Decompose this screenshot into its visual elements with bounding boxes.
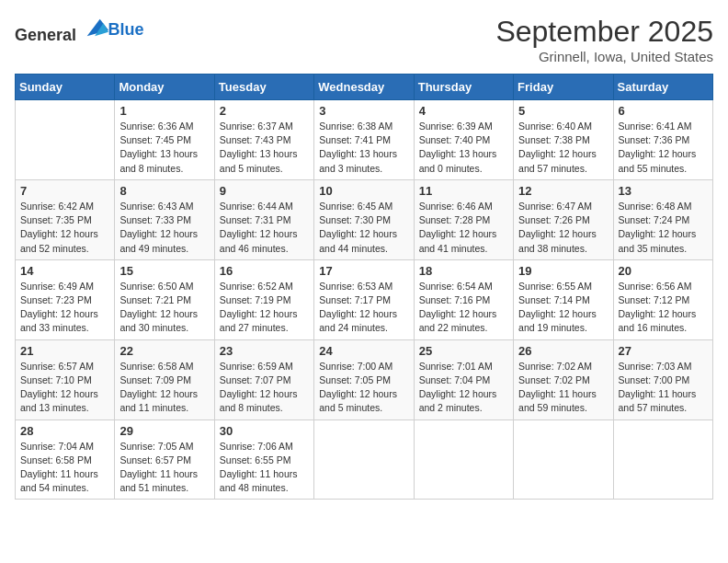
calendar-cell: 21Sunrise: 6:57 AM Sunset: 7:10 PM Dayli… — [16, 339, 115, 419]
calendar-cell: 23Sunrise: 6:59 AM Sunset: 7:07 PM Dayli… — [214, 339, 313, 419]
day-number: 7 — [20, 184, 109, 198]
day-number: 13 — [619, 184, 708, 198]
calendar-cell: 20Sunrise: 6:56 AM Sunset: 7:12 PM Dayli… — [613, 259, 712, 339]
day-info: Sunrise: 6:40 AM Sunset: 7:38 PM Dayligh… — [518, 120, 608, 176]
calendar-cell — [16, 100, 115, 180]
day-info: Sunrise: 7:03 AM Sunset: 7:00 PM Dayligh… — [619, 360, 708, 416]
day-info: Sunrise: 6:47 AM Sunset: 7:26 PM Dayligh… — [518, 200, 608, 256]
day-info: Sunrise: 7:04 AM Sunset: 6:58 PM Dayligh… — [20, 440, 109, 496]
day-number: 10 — [319, 184, 408, 198]
day-number: 17 — [319, 264, 408, 278]
day-number: 25 — [419, 344, 508, 358]
day-info: Sunrise: 6:49 AM Sunset: 7:23 PM Dayligh… — [20, 280, 109, 336]
calendar-cell — [414, 419, 513, 500]
day-number: 5 — [518, 104, 608, 118]
calendar-cell: 1Sunrise: 6:36 AM Sunset: 7:45 PM Daylig… — [115, 100, 214, 180]
calendar-cell: 29Sunrise: 7:05 AM Sunset: 6:57 PM Dayli… — [115, 419, 214, 500]
title-block: September 2025 Grinnell, Iowa, United St… — [495, 15, 713, 64]
month-title: September 2025 — [495, 15, 713, 49]
calendar-cell: 11Sunrise: 6:46 AM Sunset: 7:28 PM Dayli… — [414, 179, 513, 259]
calendar-cell: 10Sunrise: 6:45 AM Sunset: 7:30 PM Dayli… — [314, 179, 414, 259]
day-number: 2 — [220, 104, 309, 118]
day-info: Sunrise: 7:06 AM Sunset: 6:55 PM Dayligh… — [220, 440, 309, 496]
day-info: Sunrise: 6:46 AM Sunset: 7:28 PM Dayligh… — [419, 200, 508, 256]
day-info: Sunrise: 7:05 AM Sunset: 6:57 PM Dayligh… — [119, 440, 209, 496]
calendar-cell: 3Sunrise: 6:38 AM Sunset: 7:41 PM Daylig… — [314, 100, 414, 180]
calendar-cell — [613, 419, 712, 500]
calendar-header-friday: Friday — [514, 75, 613, 100]
calendar-header-tuesday: Tuesday — [214, 75, 313, 100]
day-number: 19 — [518, 264, 608, 278]
day-info: Sunrise: 6:55 AM Sunset: 7:14 PM Dayligh… — [518, 280, 608, 336]
calendar-cell: 13Sunrise: 6:48 AM Sunset: 7:24 PM Dayli… — [613, 179, 712, 259]
calendar-week-row: 28Sunrise: 7:04 AM Sunset: 6:58 PM Dayli… — [16, 419, 713, 500]
day-number: 6 — [619, 104, 708, 118]
calendar-cell: 12Sunrise: 6:47 AM Sunset: 7:26 PM Dayli… — [514, 179, 613, 259]
calendar-cell — [514, 419, 613, 500]
day-info: Sunrise: 6:44 AM Sunset: 7:31 PM Dayligh… — [220, 200, 309, 256]
page-header: General Blue September 2025 Grinnell, Io… — [15, 15, 713, 64]
calendar-cell: 19Sunrise: 6:55 AM Sunset: 7:14 PM Dayli… — [514, 259, 613, 339]
calendar-cell: 14Sunrise: 6:49 AM Sunset: 7:23 PM Dayli… — [16, 259, 115, 339]
calendar-cell: 25Sunrise: 7:01 AM Sunset: 7:04 PM Dayli… — [414, 339, 513, 419]
day-number: 1 — [119, 104, 209, 118]
day-info: Sunrise: 6:59 AM Sunset: 7:07 PM Dayligh… — [220, 360, 309, 416]
calendar-week-row: 7Sunrise: 6:42 AM Sunset: 7:35 PM Daylig… — [16, 179, 713, 259]
day-info: Sunrise: 6:53 AM Sunset: 7:17 PM Dayligh… — [319, 280, 408, 336]
calendar-cell: 15Sunrise: 6:50 AM Sunset: 7:21 PM Dayli… — [115, 259, 214, 339]
location-title: Grinnell, Iowa, United States — [495, 49, 713, 64]
day-number: 16 — [220, 264, 309, 278]
day-info: Sunrise: 7:00 AM Sunset: 7:05 PM Dayligh… — [319, 360, 408, 416]
calendar-cell: 2Sunrise: 6:37 AM Sunset: 7:43 PM Daylig… — [214, 100, 313, 180]
day-info: Sunrise: 7:02 AM Sunset: 7:02 PM Dayligh… — [518, 360, 608, 416]
day-info: Sunrise: 6:43 AM Sunset: 7:33 PM Dayligh… — [119, 200, 209, 256]
day-number: 21 — [20, 344, 109, 358]
day-info: Sunrise: 6:37 AM Sunset: 7:43 PM Dayligh… — [220, 120, 309, 176]
day-info: Sunrise: 6:39 AM Sunset: 7:40 PM Dayligh… — [419, 120, 508, 176]
day-info: Sunrise: 6:50 AM Sunset: 7:21 PM Dayligh… — [119, 280, 209, 336]
calendar-cell: 17Sunrise: 6:53 AM Sunset: 7:17 PM Dayli… — [314, 259, 414, 339]
calendar-table: SundayMondayTuesdayWednesdayThursdayFrid… — [15, 74, 713, 500]
calendar-cell: 18Sunrise: 6:54 AM Sunset: 7:16 PM Dayli… — [414, 259, 513, 339]
day-number: 22 — [119, 344, 209, 358]
logo-blue: Blue — [108, 20, 144, 39]
calendar-cell: 24Sunrise: 7:00 AM Sunset: 7:05 PM Dayli… — [314, 339, 414, 419]
calendar-header-sunday: Sunday — [16, 75, 115, 100]
calendar-cell: 4Sunrise: 6:39 AM Sunset: 7:40 PM Daylig… — [414, 100, 513, 180]
calendar-cell: 27Sunrise: 7:03 AM Sunset: 7:00 PM Dayli… — [613, 339, 712, 419]
day-number: 9 — [220, 184, 309, 198]
day-number: 29 — [119, 424, 209, 438]
calendar-cell: 6Sunrise: 6:41 AM Sunset: 7:36 PM Daylig… — [613, 100, 712, 180]
day-info: Sunrise: 6:38 AM Sunset: 7:41 PM Dayligh… — [319, 120, 408, 176]
calendar-week-row: 21Sunrise: 6:57 AM Sunset: 7:10 PM Dayli… — [16, 339, 713, 419]
day-info: Sunrise: 6:42 AM Sunset: 7:35 PM Dayligh… — [20, 200, 109, 256]
day-info: Sunrise: 6:54 AM Sunset: 7:16 PM Dayligh… — [419, 280, 508, 336]
day-number: 28 — [20, 424, 109, 438]
logo: General Blue — [15, 15, 144, 45]
day-number: 20 — [619, 264, 708, 278]
day-info: Sunrise: 6:56 AM Sunset: 7:12 PM Dayligh… — [619, 280, 708, 336]
logo-icon — [83, 15, 108, 40]
day-info: Sunrise: 6:41 AM Sunset: 7:36 PM Dayligh… — [619, 120, 708, 176]
day-number: 11 — [419, 184, 508, 198]
day-number: 14 — [20, 264, 109, 278]
calendar-cell: 26Sunrise: 7:02 AM Sunset: 7:02 PM Dayli… — [514, 339, 613, 419]
calendar-week-row: 14Sunrise: 6:49 AM Sunset: 7:23 PM Dayli… — [16, 259, 713, 339]
day-info: Sunrise: 6:57 AM Sunset: 7:10 PM Dayligh… — [20, 360, 109, 416]
day-number: 27 — [619, 344, 708, 358]
day-info: Sunrise: 6:45 AM Sunset: 7:30 PM Dayligh… — [319, 200, 408, 256]
day-number: 4 — [419, 104, 508, 118]
calendar-cell — [314, 419, 414, 500]
day-info: Sunrise: 6:52 AM Sunset: 7:19 PM Dayligh… — [220, 280, 309, 336]
day-number: 3 — [319, 104, 408, 118]
calendar-week-row: 1Sunrise: 6:36 AM Sunset: 7:45 PM Daylig… — [16, 100, 713, 180]
day-number: 18 — [419, 264, 508, 278]
day-info: Sunrise: 7:01 AM Sunset: 7:04 PM Dayligh… — [419, 360, 508, 416]
calendar-cell: 30Sunrise: 7:06 AM Sunset: 6:55 PM Dayli… — [214, 419, 313, 500]
day-number: 15 — [119, 264, 209, 278]
day-info: Sunrise: 6:36 AM Sunset: 7:45 PM Dayligh… — [119, 120, 209, 176]
calendar-header-wednesday: Wednesday — [314, 75, 414, 100]
day-number: 12 — [518, 184, 608, 198]
day-info: Sunrise: 6:58 AM Sunset: 7:09 PM Dayligh… — [119, 360, 209, 416]
day-number: 30 — [220, 424, 309, 438]
